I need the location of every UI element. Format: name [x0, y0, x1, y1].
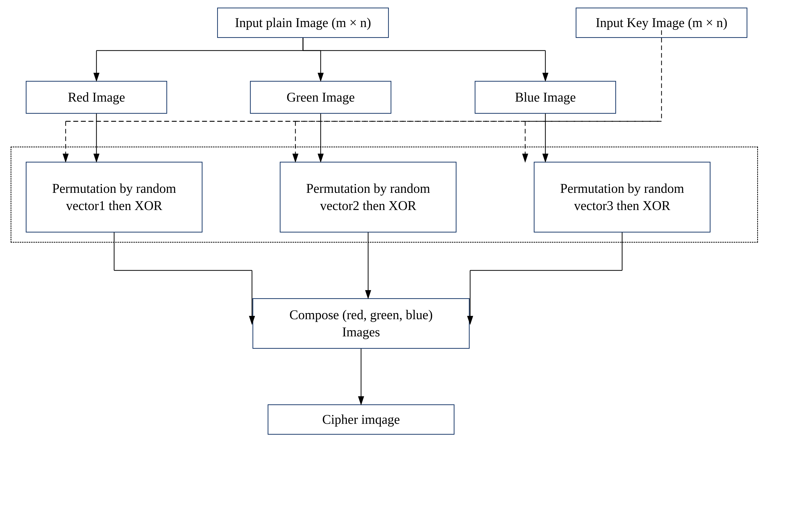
cipher-box: Cipher imqage [268, 404, 455, 435]
perm3-box: Permutation by randomvector3 then XOR [534, 162, 710, 233]
compose-box: Compose (red, green, blue)Images [253, 298, 470, 349]
input-key-box: Input Key Image (m × n) [576, 7, 747, 38]
green-image-box: Green Image [250, 81, 392, 114]
diagram: Input plain Image (m × n) Input Key Imag… [0, 0, 812, 511]
perm1-box: Permutation by randomvector1 then XOR [26, 162, 203, 233]
red-image-box: Red Image [26, 81, 167, 114]
input-plain-box: Input plain Image (m × n) [217, 7, 389, 38]
perm2-box: Permutation by randomvector2 then XOR [280, 162, 457, 233]
blue-image-box: Blue Image [475, 81, 616, 114]
